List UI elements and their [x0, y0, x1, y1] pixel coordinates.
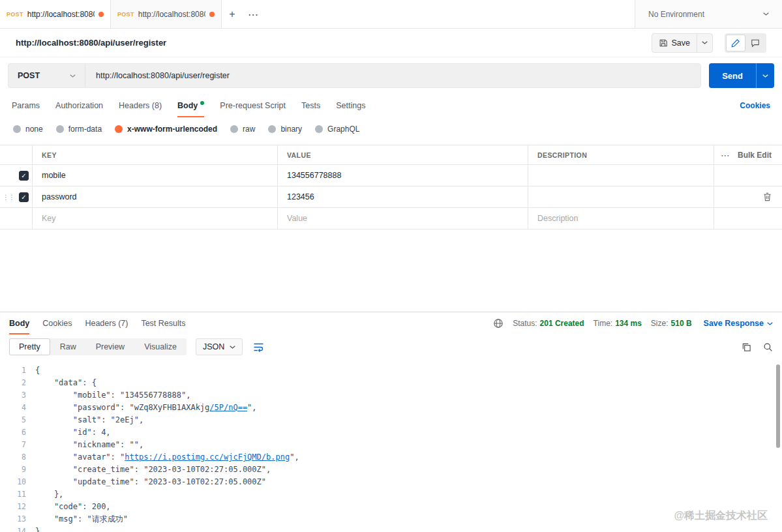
word-wrap-icon — [253, 342, 264, 352]
response-toolbar: PrettyRawPreviewVisualize JSON — [0, 334, 782, 359]
body-mode-form-data[interactable]: form-data — [56, 125, 102, 134]
code-line: 10 "update_time": "2023-03-10T02:27:05.0… — [0, 476, 782, 488]
tab-method-label: POST — [7, 11, 23, 18]
row-actions — [714, 165, 782, 186]
tab-label: Pre-request Script — [220, 101, 286, 110]
view-tab-raw[interactable]: Raw — [50, 338, 86, 355]
value-input[interactable]: 134556778888 — [278, 165, 528, 186]
response-tab-cookies[interactable]: Cookies — [42, 312, 72, 334]
request-section-tab-tests[interactable]: Tests — [301, 94, 320, 117]
code-token: "update_time": "2023-03-10T02:27:05.000Z… — [35, 477, 266, 486]
request-section-tab-headers-8[interactable]: Headers (8) — [119, 94, 162, 117]
delete-row-button[interactable] — [763, 192, 772, 201]
tab-label: Test Results — [141, 319, 185, 328]
workspace-tab-bar: POST http://localhost:8080/ POST http://… — [0, 0, 782, 29]
tab-label: Authorization — [55, 101, 103, 110]
radio-icon — [13, 125, 21, 133]
row-checkbox[interactable]: ✓ — [19, 192, 29, 202]
response-body-viewer[interactable]: 1{2 "data": {3 "mobile": "134556778888",… — [0, 359, 782, 532]
value-input[interactable]: 123456 — [278, 186, 528, 207]
response-tab-headers-7[interactable]: Headers (7) — [85, 312, 128, 334]
response-meta: Status: 201 Created Time: 134 ms Size: 5… — [493, 318, 773, 329]
code-token: "mobile": "134556778888", — [35, 391, 190, 400]
drag-handle — [0, 208, 17, 229]
method-select[interactable]: POST — [8, 64, 85, 87]
wrap-lines-button[interactable] — [253, 342, 264, 352]
tab-options-icon[interactable]: ⋯ — [245, 6, 262, 23]
checkbox-cell — [17, 208, 33, 229]
comments-button[interactable] — [745, 35, 765, 52]
view-tab-pretty[interactable]: Pretty — [9, 338, 50, 355]
body-mode-x-www-form-urlencoded[interactable]: x-www-form-urlencoded — [115, 125, 217, 134]
code-line: 4 "password": "wZq8XyFHB1AXAkjg/5P/nQ=="… — [0, 402, 782, 414]
description-input[interactable] — [528, 165, 714, 186]
request-tab-2[interactable]: POST http://localhost:8080/ — [111, 0, 222, 28]
tab-label: Settings — [336, 101, 365, 110]
body-mode-raw[interactable]: raw — [230, 125, 255, 134]
code-link[interactable]: /5P/nQ== — [209, 403, 247, 412]
edit-documentation-button[interactable] — [726, 35, 745, 52]
body-mode-graphql[interactable]: GraphQL — [315, 125, 359, 134]
request-builder-bar: POST http://localhost:8080/api/user/regi… — [0, 57, 782, 94]
request-tab-1[interactable]: POST http://localhost:8080/ — [0, 0, 111, 28]
code-text: "update_time": "2023-03-10T02:27:05.000Z… — [35, 476, 266, 488]
format-select[interactable]: JSON — [196, 338, 243, 355]
code-text: "data": { — [35, 377, 97, 389]
drag-handle[interactable]: ⋮⋮ — [0, 186, 17, 207]
search-response-button[interactable] — [763, 342, 773, 352]
description-input[interactable]: Description — [528, 208, 714, 229]
drag-grip-icon: ⋮⋮ — [3, 194, 14, 201]
code-link[interactable]: https://i.postimg.cc/wjcFjQMD/b.png — [125, 452, 290, 462]
row-checkbox[interactable]: ✓ — [19, 171, 29, 181]
send-button[interactable]: Send — [709, 63, 756, 88]
request-section-tab-pre-request-script[interactable]: Pre-request Script — [220, 94, 286, 117]
value-input[interactable]: Value — [278, 208, 528, 229]
environment-selector[interactable]: No Environment — [635, 0, 782, 28]
view-tab-preview[interactable]: Preview — [86, 338, 134, 355]
tab-label: Headers (8) — [119, 101, 162, 110]
vertical-scrollbar[interactable] — [776, 364, 780, 448]
key-input[interactable]: Key — [33, 208, 278, 229]
send-options-button[interactable] — [756, 63, 774, 88]
key-input[interactable]: password — [33, 186, 278, 207]
save-response-label: Save Response — [704, 319, 764, 328]
new-tab-button[interactable]: + — [224, 6, 241, 23]
request-section-tab-body[interactable]: Body — [177, 94, 204, 117]
bulk-edit-button[interactable]: Bulk Edit — [738, 151, 772, 160]
code-line: 6 "id": 4, — [0, 426, 782, 439]
chevron-down-icon — [230, 346, 235, 349]
body-mode-binary[interactable]: binary — [268, 125, 302, 134]
cookies-link[interactable]: Cookies — [740, 101, 770, 110]
unsaved-dot-icon — [98, 12, 104, 17]
line-number: 6 — [0, 426, 35, 439]
save-options-button[interactable] — [697, 34, 712, 52]
tab-label: Body — [9, 319, 29, 328]
body-mode-none[interactable]: none — [13, 125, 43, 134]
copy-response-button[interactable] — [742, 342, 751, 352]
key-column-header: KEY — [33, 145, 278, 164]
network-info-button[interactable] — [493, 318, 504, 329]
request-section-tab-authorization[interactable]: Authorization — [55, 94, 103, 117]
table-options-icon[interactable]: ⋯ — [721, 151, 730, 160]
description-input[interactable] — [528, 186, 714, 207]
body-mode-label: form-data — [68, 125, 102, 134]
url-input[interactable]: http://localhost:8080/api/user/register — [85, 71, 700, 80]
key-input[interactable]: mobile — [33, 165, 278, 186]
response-tab-test-results[interactable]: Test Results — [141, 312, 185, 334]
request-section-tab-settings[interactable]: Settings — [336, 94, 365, 117]
tab-label: Body — [177, 101, 198, 110]
code-line: 14} — [0, 525, 782, 532]
request-section-tab-params[interactable]: Params — [12, 94, 40, 117]
line-number: 13 — [0, 513, 35, 525]
code-text: "nickname": "", — [35, 439, 143, 451]
request-tabs-row: ParamsAuthorizationHeaders (8)BodyPre-re… — [0, 94, 782, 117]
save-button[interactable]: Save — [652, 34, 697, 52]
tab-title: http://localhost:8080/ — [138, 10, 205, 19]
postman-window: POST http://localhost:8080/ POST http://… — [0, 0, 782, 532]
code-text: "password": "wZq8XyFHB1AXAkjg/5P/nQ==", — [35, 402, 257, 414]
table-row-placeholder: Key Value Description — [0, 208, 782, 229]
view-tab-visualize[interactable]: Visualize — [134, 338, 187, 355]
checkbox-column-header — [17, 145, 33, 164]
save-response-button[interactable]: Save Response — [704, 319, 773, 328]
response-tab-body[interactable]: Body — [9, 312, 29, 334]
